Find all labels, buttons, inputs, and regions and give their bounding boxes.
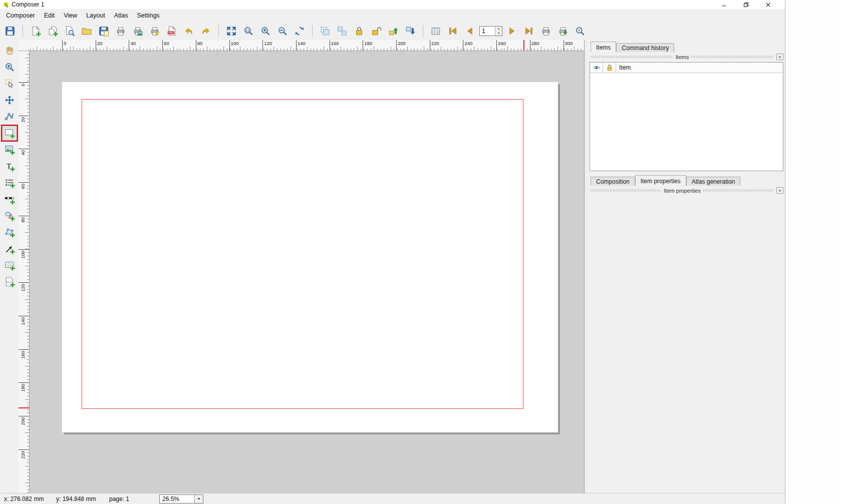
- export-pdf-button[interactable]: [164, 24, 179, 39]
- edit-nodes-tool-button[interactable]: [2, 109, 17, 124]
- dock-title-texture: [591, 189, 661, 192]
- items-dock-close-button[interactable]: ×: [776, 54, 783, 60]
- items-list[interactable]: [590, 73, 783, 171]
- select-move-item-tool-button[interactable]: [2, 76, 17, 91]
- tab-composition[interactable]: Composition: [591, 177, 635, 186]
- titlebar: Composer 1: [0, 0, 785, 9]
- save-project-button[interactable]: [3, 24, 18, 39]
- zoom-100-button[interactable]: [241, 24, 256, 39]
- previous-feature-button[interactable]: [462, 24, 477, 39]
- lock-items-button[interactable]: [352, 24, 367, 39]
- add-label-icon: [4, 161, 15, 172]
- spin-up-icon[interactable]: ▴: [495, 27, 502, 31]
- unlock-items-button[interactable]: [369, 24, 384, 39]
- ungroup-items-button[interactable]: [335, 24, 350, 39]
- visibility-column-header[interactable]: [590, 63, 603, 73]
- v-ruler-tick: 40: [19, 149, 29, 154]
- duplicate-composition-button[interactable]: [45, 24, 60, 39]
- tab-command-history[interactable]: Command history: [616, 43, 674, 52]
- lock-column-header[interactable]: [603, 63, 616, 73]
- zoom-in-button[interactable]: [258, 24, 273, 39]
- combo-dropdown-icon[interactable]: ▼: [194, 495, 203, 503]
- undo-button[interactable]: [181, 24, 196, 39]
- move-item-content-tool-button[interactable]: [2, 93, 17, 108]
- atlas-page-input[interactable]: [480, 27, 495, 36]
- menu-layout[interactable]: Layout: [82, 10, 110, 21]
- zoom-level-combo[interactable]: 26.5% ▼: [159, 494, 203, 503]
- redo-button[interactable]: [198, 24, 213, 39]
- next-feature-button[interactable]: [504, 24, 519, 39]
- v-ruler-tick: 60: [19, 182, 29, 187]
- ungroup-items-icon: [337, 26, 348, 37]
- window-title: Composer 1: [12, 1, 44, 8]
- group-items-button[interactable]: [318, 24, 333, 39]
- add-label-tool-button[interactable]: [2, 159, 17, 174]
- items-table-header: Item: [590, 63, 783, 73]
- close-button[interactable]: [757, 0, 779, 9]
- pan-tool-button[interactable]: [2, 43, 17, 58]
- add-shape-tool-button[interactable]: [2, 208, 17, 223]
- raise-items-button[interactable]: [386, 24, 401, 39]
- add-html-tool-button[interactable]: [2, 274, 17, 289]
- add-attribute-table-tool-button[interactable]: [2, 258, 17, 273]
- items-dock-title: Items: [676, 54, 689, 60]
- tab-item-properties[interactable]: Item properties: [635, 175, 686, 186]
- menu-atlas[interactable]: Atlas: [110, 10, 133, 21]
- map-frame-drag-rect[interactable]: [82, 99, 523, 409]
- h-ruler-tick: 180: [363, 40, 368, 51]
- h-ruler-tick: 80: [196, 40, 201, 51]
- dock-title-texture: [691, 56, 774, 58]
- refresh-view-button[interactable]: [292, 24, 307, 39]
- tab-atlas-generation[interactable]: Atlas generation: [686, 177, 741, 186]
- composer-manager-button[interactable]: [62, 24, 77, 39]
- zoom-level-value: 26.5%: [160, 495, 194, 503]
- menu-settings[interactable]: Settings: [132, 10, 164, 21]
- h-ruler-tick: 300: [564, 40, 569, 51]
- tab-items[interactable]: Items: [591, 42, 616, 52]
- bottom-dock-tabs: Composition Item properties Atlas genera…: [587, 175, 785, 186]
- item-properties-content: [587, 194, 785, 493]
- open-folder-icon: [81, 26, 92, 37]
- save-template-button[interactable]: [96, 24, 111, 39]
- zoom-out-button[interactable]: [275, 24, 290, 39]
- new-composition-button[interactable]: [28, 24, 43, 39]
- last-feature-button[interactable]: [521, 24, 536, 39]
- minimize-button[interactable]: [713, 0, 735, 9]
- spin-buttons: ▴ ▾: [495, 27, 502, 36]
- first-feature-button[interactable]: [445, 24, 460, 39]
- add-nodes-shape-tool-button[interactable]: [2, 225, 17, 240]
- zoom-full-button[interactable]: [224, 24, 239, 39]
- desktop-background: [785, 0, 841, 504]
- add-image-tool-button[interactable]: [2, 142, 17, 157]
- add-scalebar-tool-button[interactable]: [2, 192, 17, 207]
- vertical-ruler: 020406080100120140160180200220: [19, 51, 30, 493]
- print-atlas-button[interactable]: [538, 24, 553, 39]
- export-svg-button[interactable]: [147, 24, 162, 39]
- menu-composer[interactable]: Composer: [2, 10, 40, 21]
- h-ruler-tick: 280: [530, 40, 535, 51]
- add-arrow-tool-button[interactable]: [2, 241, 17, 256]
- restore-button[interactable]: [735, 0, 757, 9]
- statusbar: x: 276.082 mm y: 194.848 mm page: 1 26.5…: [0, 493, 785, 504]
- export-atlas-button[interactable]: [555, 24, 571, 39]
- add-image-icon: [4, 144, 15, 155]
- preview-atlas-button[interactable]: [428, 24, 443, 39]
- v-ruler-tick: 100: [19, 249, 29, 254]
- add-new-map-tool-button[interactable]: [2, 126, 17, 141]
- lower-items-button[interactable]: [403, 24, 418, 39]
- zoom-tool-button[interactable]: [2, 60, 17, 75]
- spin-down-icon[interactable]: ▾: [495, 31, 502, 36]
- export-image-button[interactable]: [130, 24, 145, 39]
- menu-view[interactable]: View: [59, 10, 82, 21]
- item-column-header[interactable]: Item: [616, 63, 783, 73]
- atlas-settings-button[interactable]: [573, 24, 588, 39]
- atlas-preview-icon: [430, 26, 441, 37]
- composition-page[interactable]: [62, 82, 558, 432]
- load-template-button[interactable]: [79, 24, 94, 39]
- h-ruler-tick: 160: [330, 40, 335, 51]
- add-legend-tool-button[interactable]: [2, 175, 17, 190]
- print-button[interactable]: [113, 24, 128, 39]
- item-properties-dock-close-button[interactable]: ×: [776, 187, 783, 194]
- menu-edit[interactable]: Edit: [40, 10, 60, 21]
- composition-canvas[interactable]: [30, 51, 584, 493]
